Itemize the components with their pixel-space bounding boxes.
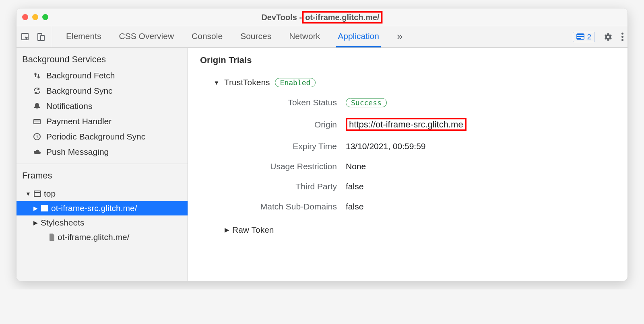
- sync-icon: [33, 87, 41, 95]
- frame-selected[interactable]: ▶ ot-iframe-src.glitch.me/: [17, 201, 188, 215]
- sidebar-item-periodic-sync[interactable]: Periodic Background Sync: [17, 129, 188, 144]
- frames-tree: ▼ top ▶ ot-iframe-src.glitch.me/ ▶ Style…: [17, 184, 188, 248]
- bell-icon: [33, 102, 41, 110]
- trial-name: TrustTokens: [224, 78, 270, 87]
- success-badge: Success: [346, 98, 387, 107]
- inspect-element-icon[interactable]: [21, 32, 30, 42]
- expiry-label: Expiry Time: [224, 141, 337, 151]
- clock-icon: [33, 133, 41, 141]
- sidebar-item-background-fetch[interactable]: Background Fetch: [17, 68, 188, 83]
- page-title: Origin Trials: [200, 55, 615, 66]
- minimize-window-button[interactable]: [32, 14, 38, 20]
- sidebar-item-payment-handler[interactable]: Payment Handler: [17, 114, 188, 129]
- titlebar: DevTools - ot-iframe.glitch.me/: [17, 8, 627, 26]
- frame-stylesheet-item[interactable]: ot-iframe.glitch.me/: [17, 230, 188, 244]
- trial-details: Token Status Success Origin https://ot-i…: [224, 98, 615, 211]
- match-subdomains-value: false: [346, 202, 615, 211]
- token-status-label: Token Status: [224, 98, 337, 107]
- title-url-highlighted: ot-iframe.glitch.me/: [302, 11, 382, 23]
- issues-count: 2: [587, 33, 591, 41]
- sidebar-item-label: Background Fetch: [46, 71, 115, 80]
- sidebar-item-label: Periodic Background Sync: [46, 132, 145, 141]
- sidebar-section-background-services: Background Services: [17, 48, 188, 68]
- sidebar-item-push-messaging[interactable]: Push Messaging: [17, 144, 188, 160]
- sidebar-item-label: Notifications: [46, 101, 92, 111]
- raw-token-row[interactable]: ▶ Raw Token: [224, 225, 615, 235]
- sidebar-section-frames: Frames: [17, 164, 188, 184]
- main-panel: Origin Trials ▼ TrustTokens Enabled Toke…: [188, 48, 627, 281]
- tab-elements[interactable]: Elements: [64, 26, 103, 47]
- expiry-value: 13/10/2021, 00:59:59: [346, 141, 615, 151]
- chevron-down-icon: ▼: [214, 79, 219, 86]
- frame-label: top: [44, 189, 56, 199]
- usage-restriction-label: Usage Restriction: [224, 162, 337, 171]
- window-icon: [33, 190, 41, 197]
- issues-counter[interactable]: 2: [573, 32, 595, 42]
- origin-value: https://ot-iframe-src.glitch.me: [346, 118, 615, 131]
- third-party-value: false: [346, 182, 615, 191]
- sidebar-item-notifications[interactable]: Notifications: [17, 98, 188, 114]
- device-toolbar-icon[interactable]: [36, 32, 45, 42]
- origin-label: Origin: [224, 120, 337, 129]
- page-icon: [49, 233, 55, 241]
- devtools-window: DevTools - ot-iframe.glitch.me/ Elements…: [16, 8, 628, 281]
- cloud-icon: [33, 148, 41, 156]
- embed-icon: [41, 205, 49, 212]
- chevron-right-icon: ▶: [33, 219, 38, 226]
- sidebar-item-background-sync[interactable]: Background Sync: [17, 83, 188, 98]
- origin-value-highlighted: https://ot-iframe-src.glitch.me: [346, 118, 466, 131]
- raw-token-label: Raw Token: [232, 225, 274, 235]
- tabs-overflow[interactable]: »: [395, 26, 404, 47]
- frame-label: Stylesheets: [41, 218, 85, 228]
- sidebar-item-label: Push Messaging: [46, 147, 109, 157]
- sidebar-item-label: Payment Handler: [46, 117, 111, 126]
- usage-restriction-value: None: [346, 162, 615, 171]
- tab-sources[interactable]: Sources: [239, 26, 273, 47]
- svg-rect-2: [41, 35, 44, 41]
- tab-application[interactable]: Application: [336, 26, 381, 47]
- origin-trial-row[interactable]: ▼ TrustTokens Enabled: [214, 78, 615, 87]
- title-prefix: DevTools -: [261, 12, 302, 22]
- updown-icon: [33, 72, 41, 80]
- chevron-right-icon: ▶: [224, 226, 230, 234]
- token-status-value: Success: [346, 98, 615, 107]
- tab-console[interactable]: Console: [190, 26, 224, 47]
- window-title: DevTools - ot-iframe.glitch.me/: [261, 11, 382, 23]
- sidebar-item-label: Background Sync: [46, 86, 113, 96]
- issues-icon: [576, 33, 584, 41]
- main-toolbar: Elements CSS Overview Console Sources Ne…: [17, 26, 627, 48]
- chevron-down-icon: ▼: [25, 191, 31, 197]
- zoom-window-button[interactable]: [42, 14, 48, 20]
- third-party-label: Third Party: [224, 182, 337, 191]
- panel-tabs: Elements CSS Overview Console Sources Ne…: [64, 26, 569, 47]
- enabled-badge: Enabled: [275, 78, 316, 87]
- more-menu-icon[interactable]: [621, 33, 623, 41]
- chevron-right-icon: ▶: [33, 205, 38, 211]
- tab-network[interactable]: Network: [287, 26, 322, 47]
- svg-rect-8: [43, 207, 47, 210]
- frame-label: ot-iframe-src.glitch.me/: [51, 203, 137, 213]
- close-window-button[interactable]: [22, 14, 28, 20]
- window-controls: [22, 14, 48, 20]
- frame-stylesheets[interactable]: ▶ Stylesheets: [17, 215, 188, 230]
- frame-top[interactable]: ▼ top: [17, 187, 188, 201]
- sidebar: Background Services Background Fetch Bac…: [17, 48, 188, 281]
- tab-css-overview[interactable]: CSS Overview: [118, 26, 176, 47]
- frame-label: ot-iframe.glitch.me/: [58, 232, 130, 242]
- match-subdomains-label: Match Sub-Domains: [224, 202, 337, 211]
- card-icon: [33, 117, 41, 125]
- svg-rect-4: [34, 119, 40, 124]
- settings-gear-icon[interactable]: [604, 33, 613, 41]
- svg-rect-6: [34, 191, 41, 197]
